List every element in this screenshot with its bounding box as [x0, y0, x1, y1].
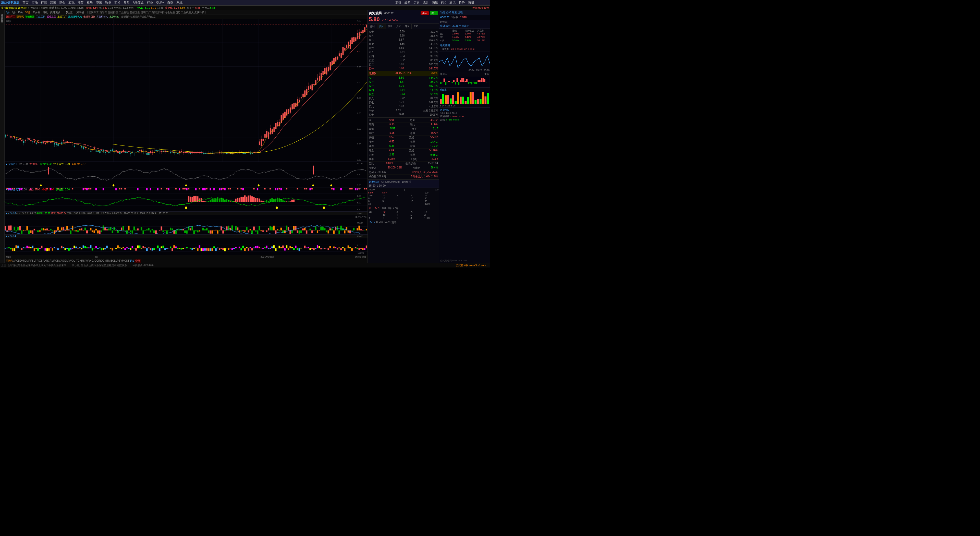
menu-item-industry[interactable]: 行业 [147, 0, 153, 5]
menu-item-sector[interactable]: 板块 [87, 0, 93, 5]
ind-dmi[interactable]: DMI [20, 259, 24, 262]
price-change-display: -0.15 -2.52% [382, 19, 398, 22]
toolbar-btn-more[interactable]: 最多 [404, 0, 410, 5]
ind-vr[interactable]: VR [52, 259, 55, 262]
tag-military[interactable]: 国防军工 [6, 15, 16, 18]
detail-turnover: 换手6.33% PE(动)203.2 [368, 157, 438, 162]
tab-day-k[interactable]: 日K [377, 24, 386, 29]
ind-fsl[interactable]: FSL [30, 259, 35, 262]
tag-mineral[interactable]: 金融石 (股) [83, 15, 95, 18]
ind-psy[interactable]: PSY [117, 259, 122, 262]
ind-mcst[interactable]: MCST [122, 259, 129, 262]
period-more[interactable]: 多周 更多 [50, 11, 61, 14]
sub1-scale: 10.00 7.50 5.00 [357, 162, 367, 187]
menu-item-news[interactable]: 资讯 [96, 0, 102, 5]
dragon-result-title: 龙虎基因 [440, 44, 490, 47]
time-display-section: 时光机 统计历史: 05:31 个股表现 [439, 20, 490, 29]
sell-1: 卖一 5.80 144.7万 [368, 67, 438, 71]
ind-wr[interactable]: WR [86, 259, 90, 262]
toolbar-btn-draw[interactable]: 画线 [432, 0, 438, 5]
tab-year-k[interactable]: 年K [412, 24, 420, 29]
menu-item-areplay[interactable]: A股复盘 [133, 0, 144, 5]
ind-mtm[interactable]: MTM [105, 259, 110, 262]
menu-item-home[interactable]: 首页 [22, 0, 29, 5]
date-btn-506[interactable]: 05-06 [376, 221, 383, 224]
menu-item-trade[interactable]: 交易+ [156, 0, 164, 5]
toolbar-btn-mark[interactable]: 标记 [449, 0, 455, 5]
detail-amplitude: 振幅9.55 流通775232 [368, 135, 438, 140]
main-chart-canvas [5, 19, 368, 162]
ind-more[interactable]: 更多 [129, 259, 135, 262]
tab-season-k[interactable]: 季K [403, 24, 412, 29]
tab-month-k[interactable]: 月K [394, 24, 403, 29]
stock-header: 黄河旋风 600172 买入 卖出 5.80 -0.15 -2.52% [368, 10, 439, 24]
stock-name: 黄河旋风(日线-超复权) [1, 6, 27, 10]
ind-fullscreen[interactable]: 全屏 [135, 259, 141, 262]
ind-vol-tdx[interactable]: VOL-TDX [70, 259, 81, 262]
menu-item-deep[interactable]: 深讯 [50, 0, 56, 5]
ind-obv[interactable]: OBV [55, 259, 60, 262]
buy-button[interactable]: 买入 [421, 11, 429, 15]
ind-cr[interactable]: CR [48, 259, 52, 262]
date-btn-512[interactable]: 05-12 [369, 221, 375, 224]
far-right-title: 功能 公式 版面 选项 [439, 10, 490, 15]
tab-fen-shi[interactable]: 分时 [368, 24, 377, 29]
hk-row-low: 跌幅 3.72% 4.07% [440, 118, 489, 121]
period-5min[interactable]: 5分 [12, 11, 16, 14]
ind-macd[interactable]: MACD [13, 259, 20, 262]
menu-item-macro[interactable]: 宏观 [68, 0, 75, 5]
ind-trix[interactable]: TRIX [35, 259, 41, 262]
tag-roadshow[interactable]: 路演循环机构 [68, 15, 83, 18]
vol-date-3: 5-28 [451, 104, 455, 107]
menu-item-futures[interactable]: 期货 [78, 0, 84, 5]
menu-item-frontier[interactable]: 前沿 [115, 0, 121, 5]
ind-rsi[interactable]: RSI [81, 259, 86, 262]
menu-item-quote[interactable]: 行情 [41, 0, 47, 5]
tag-industry-internet[interactable]: 工业互联 [35, 15, 46, 18]
menu-item-watchlist[interactable]: 自选 [167, 0, 173, 5]
ind-emv[interactable]: EMV [65, 259, 70, 262]
period-day[interactable]: 日线 [43, 11, 48, 14]
period-30min[interactable]: 30分 [25, 11, 30, 14]
toolbar-btn-diagram[interactable]: 画图 [468, 0, 474, 5]
signal-chart [440, 76, 489, 87]
prev-close: 5.85 [195, 6, 200, 9]
tag-robot[interactable]: 智能机器 [25, 15, 35, 18]
historical-k: 历史K线 10日 20日 30日 高频幅度 1.66% 1.07% 跌幅 3.7… [439, 108, 490, 122]
date-btn-429[interactable]: 04-29 [384, 221, 390, 224]
far-title-text: 功能 公式 版面 选项 [440, 11, 463, 14]
menu-item-system[interactable]: 系统 [177, 0, 183, 5]
date-btn-earlier[interactable]: 更早 [391, 221, 396, 224]
menu-item-data[interactable]: 数据 [105, 0, 111, 5]
toolbar-btn-trend[interactable]: 趋势 [458, 0, 465, 5]
menu-item-fund[interactable]: 基金 [59, 0, 65, 5]
ind-guoji-a[interactable]: 国际A [6, 259, 13, 262]
sell-button[interactable]: 卖出 [430, 11, 438, 15]
tag-skin[interactable]: 皮肤科技 [109, 15, 119, 18]
tab-week-k[interactable]: 周K [386, 24, 395, 29]
detail-inner-disc: 内盘2.31 流通9.68亿 [368, 153, 438, 157]
menu-item-replay[interactable]: 复盘 [124, 0, 130, 5]
period-15min[interactable]: 15分 [18, 11, 23, 14]
menu-item-market[interactable]: 市场 [32, 0, 38, 5]
prev-close-label: 昨平一: [187, 6, 195, 10]
tag-industrial-robot[interactable]: 工业机器人 [96, 15, 108, 18]
tag-shale[interactable]: 页岩气 [16, 15, 24, 18]
ind-dma[interactable]: DMA [24, 259, 30, 262]
tag-transparent[interactable]: 透明工厂 [57, 15, 67, 18]
status-center: 周小讯: 借助多边媒体系保证信息稳定和规范联系 [72, 264, 127, 267]
ind-brar[interactable]: BRAR [41, 259, 48, 262]
ind-asi[interactable]: ASI [60, 259, 65, 262]
toolbar-btn-history[interactable]: 历史 [414, 0, 420, 5]
period-60min[interactable]: 60分钟 [32, 11, 40, 14]
stats-table: 涨幅 距离收益 买点数 3日 1.09% 2.44% 43.75% 5日 1.4… [439, 29, 490, 43]
ind-boll[interactable]: BOLL [110, 259, 117, 262]
ind-cci[interactable]: CCI [95, 259, 99, 262]
toolbar-btn-f10[interactable]: F10 [441, 1, 446, 5]
tag-remote-sensing[interactable]: 遥感卫星 [46, 15, 56, 18]
toolbar-btn-restore[interactable]: 复权 [395, 0, 401, 5]
period-3min[interactable]: 3分 [6, 11, 10, 14]
ind-kdj[interactable]: KDJ [90, 259, 95, 262]
ind-roc[interactable]: ROC [99, 259, 105, 262]
toolbar-btn-stats[interactable]: 统计 [423, 0, 429, 5]
